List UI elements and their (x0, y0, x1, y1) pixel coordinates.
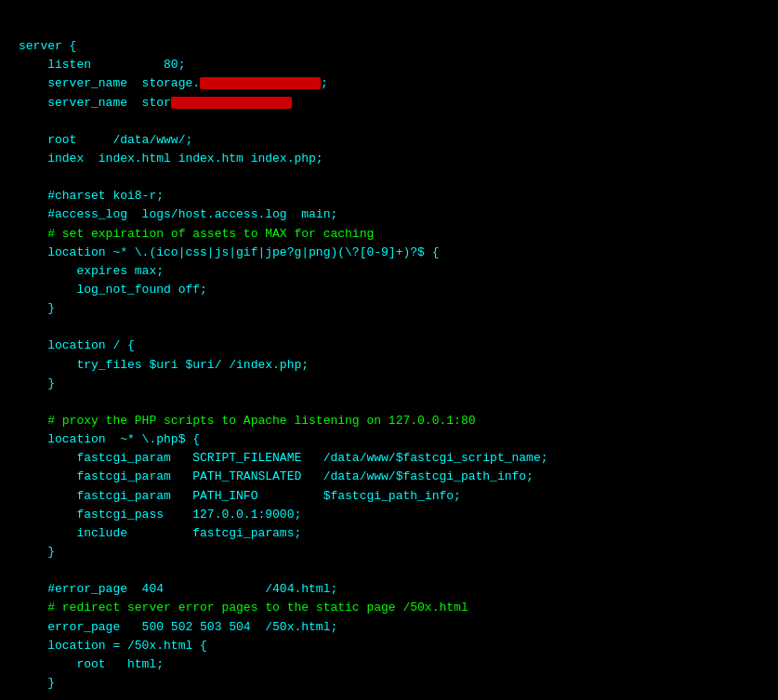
code-editor: server { listen 80; server_name storage.… (0, 9, 778, 700)
line-location-assets: location ~* \.(ico|css|js|gif|jpe?g|png)… (19, 245, 439, 259)
line-fastcgi-pass: fastcgi_pass 127.0.0.1:9000; (19, 508, 301, 522)
line-comment-redirect: # redirect server error pages to the sta… (19, 601, 468, 614)
line-expires: expires max; (19, 264, 164, 278)
redacted-value-1: ​ (200, 77, 321, 89)
line-try-files: try_files $uri $uri/ /index.php; (19, 358, 309, 372)
line-server-name-1: server_name storage.​; (19, 76, 328, 90)
line-error-page-comment: #error_page 404 /404.html; (19, 582, 337, 596)
line-access-log: #access_log logs/host.access.log main; (19, 207, 337, 221)
line-include: include fastcgi_params; (19, 526, 301, 540)
line-server-name-2: server_name stor​ (19, 96, 292, 110)
line-listen: listen 80; (19, 58, 185, 72)
line-server-open: server { (19, 39, 76, 53)
line-close-assets: } (19, 301, 55, 315)
line-log-not-found: log_not_found off; (19, 283, 207, 297)
line-fastcgi-path-info: fastcgi_param PATH_INFO $fastcgi_path_in… (19, 489, 461, 503)
line-close-50x: } (19, 676, 55, 690)
line-close-root: } (19, 376, 55, 390)
line-fastcgi-script: fastcgi_param SCRIPT_FILENAME /data/www/… (19, 451, 548, 465)
line-root: root /data/www/; (19, 133, 192, 147)
line-location-php: location ~* \.php$ { (19, 432, 200, 446)
line-fastcgi-path-translated: fastcgi_param PATH_TRANSLATED /data/www/… (19, 469, 534, 483)
line-index: index index.html index.htm index.php; (19, 152, 323, 165)
line-comment-php: # proxy the PHP scripts to Apache listen… (19, 414, 475, 428)
line-comment-assets: # set expiration of assets to MAX for ca… (19, 227, 374, 241)
line-root-html: root html; (19, 657, 164, 671)
line-location-50x: location = /50x.html { (19, 639, 207, 653)
redacted-value-2: ​ (171, 97, 292, 109)
line-error-page: error_page 500 502 503 504 /50x.html; (19, 620, 337, 634)
line-charset: #charset koi8-r; (19, 189, 164, 203)
line-close-php: } (19, 545, 55, 559)
line-location-root: location / { (19, 338, 135, 352)
